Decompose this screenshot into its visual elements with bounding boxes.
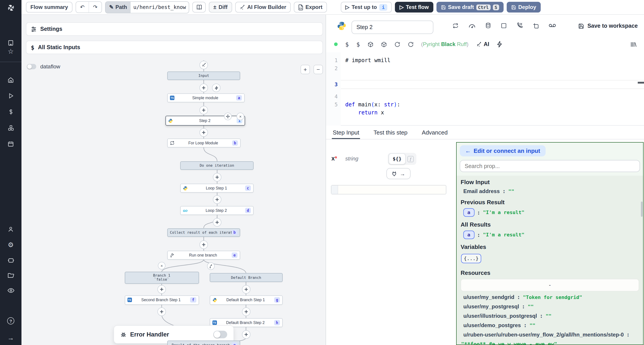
- variables-expand-badge[interactable]: {...}: [461, 254, 481, 263]
- node-for-loop[interactable]: For Loop Module b: [167, 139, 240, 147]
- package-icon[interactable]: [381, 41, 386, 47]
- export-button[interactable]: Export: [294, 2, 327, 12]
- add-step-button[interactable]: [242, 285, 250, 294]
- arg-value-field[interactable]: [331, 185, 446, 194]
- test-flow-button[interactable]: ▷ Test flow: [395, 2, 433, 12]
- add-step-button[interactable]: [158, 285, 166, 294]
- resource-row[interactable]: u/user/demo_postgres:"": [463, 322, 639, 332]
- trigger-bolt-button[interactable]: [212, 84, 220, 92]
- redo-button[interactable]: ↷: [88, 2, 102, 12]
- voicemail-icon[interactable]: [549, 23, 556, 28]
- node-result-chosen-branch[interactable]: Result of the chosen branch e: [167, 341, 240, 345]
- connect-input-button[interactable]: →: [386, 168, 410, 179]
- step-id-badge[interactable]: a: [463, 231, 474, 239]
- edit-or-connect-back-button[interactable]: ← Edit or connect an input: [460, 145, 546, 156]
- flow-canvas[interactable]: Settings $ All Static Inputs dataflow + …: [22, 15, 326, 345]
- ai-flow-builder-button[interactable]: AI Flow Builder: [235, 2, 291, 12]
- node-default-branch-step1[interactable]: Default Branch Step 1 g: [210, 295, 283, 305]
- fn-mode-button[interactable]: ƒ: [406, 156, 416, 162]
- prop-row[interactable]: a:"I'm a result": [463, 231, 639, 239]
- prop-row[interactable]: a:"I'm a result": [463, 208, 639, 217]
- mock-square-icon[interactable]: [501, 22, 507, 28]
- path-input[interactable]: [130, 1, 189, 13]
- variable-picker-icon[interactable]: $: [345, 41, 349, 48]
- save-draft-button[interactable]: Save draft Ctrl S: [436, 2, 503, 12]
- resource-row[interactable]: u/ruben-user/u/ruben-user/my_flow_2/g/al…: [463, 332, 639, 341]
- add-step-button[interactable]: [200, 128, 208, 137]
- code-assistants-label[interactable]: (Pyright Black Ruff): [421, 41, 468, 47]
- resource-picker-icon[interactable]: $: [356, 41, 360, 48]
- node-run-one-branch[interactable]: Run one branch e: [167, 251, 240, 259]
- reload-icon[interactable]: [394, 41, 400, 47]
- sleep-frame-icon[interactable]: [533, 22, 539, 28]
- bolt-icon[interactable]: [497, 41, 502, 47]
- settings-gear-icon[interactable]: ⚙: [0, 239, 22, 251]
- error-handler-toggle[interactable]: [213, 331, 227, 338]
- windmill-logo-icon[interactable]: [0, 2, 22, 13]
- workers-robot-icon[interactable]: [0, 254, 22, 266]
- suspend-phone-icon[interactable]: [516, 22, 523, 28]
- move-step-button[interactable]: [224, 113, 232, 120]
- users-icon[interactable]: [0, 223, 22, 235]
- code-editor[interactable]: 1# import wmill 2 3 4 def main(x: str): …: [326, 52, 644, 126]
- step-id-badge[interactable]: a: [463, 208, 474, 217]
- folders-icon[interactable]: [0, 270, 22, 281]
- add-step-button[interactable]: [213, 173, 222, 181]
- package-icon[interactable]: [368, 41, 373, 47]
- expr-mode-button[interactable]: ${}: [389, 153, 406, 164]
- node-step2-selected[interactable]: Step 2 i: [166, 116, 245, 126]
- home-icon[interactable]: [0, 74, 22, 86]
- expand-sidebar-icon[interactable]: →: [0, 332, 22, 343]
- node-loop-step1[interactable]: Loop Step 1 c: [180, 184, 254, 193]
- remove-branch-button[interactable]: ×: [158, 262, 166, 270]
- delete-step-button[interactable]: ×: [236, 113, 244, 120]
- cache-database-icon[interactable]: [485, 22, 491, 28]
- add-step-button[interactable]: [158, 308, 166, 316]
- step-title-input[interactable]: [352, 20, 433, 34]
- test-up-to-button[interactable]: ▷ Test up to i: [341, 2, 392, 12]
- docs-book-button[interactable]: [192, 2, 206, 12]
- add-step-button[interactable]: [200, 84, 208, 92]
- add-step-button[interactable]: [242, 308, 250, 316]
- node-flow-input[interactable]: Input: [167, 71, 240, 80]
- resource-row[interactable]: u/user/my_postgresql:"": [463, 304, 639, 313]
- node-second-branch-step1[interactable]: TS Second Branch Step 1 f: [124, 295, 199, 305]
- node-collect-result[interactable]: Collect result of each iteration b: [167, 228, 240, 237]
- schedules-icon[interactable]: [0, 138, 22, 150]
- add-step-button[interactable]: [213, 195, 222, 204]
- concurrency-gauge-icon[interactable]: [469, 22, 476, 28]
- node-branch1[interactable]: Branch 1 `false`: [124, 272, 199, 284]
- resource-row[interactable]: u/user/illustrious_postgresql:"": [463, 313, 639, 322]
- flow-summary-button[interactable]: Flow summary: [26, 2, 72, 12]
- resources-icon[interactable]: [0, 122, 22, 134]
- runs-icon[interactable]: [0, 90, 22, 101]
- add-step-button[interactable]: [200, 240, 208, 249]
- node-loop-step2[interactable]: GO Loop Step 2 d: [180, 206, 254, 215]
- prop-row[interactable]: Email address:"": [463, 188, 639, 194]
- search-prop-input[interactable]: [460, 160, 640, 172]
- node-simple-module[interactable]: TS Simple module a: [167, 93, 245, 102]
- save-to-workspace-button[interactable]: Save to workspace: [578, 23, 638, 29]
- add-step-button[interactable]: [213, 218, 222, 227]
- node-default-branch[interactable]: Default Branch: [210, 273, 283, 282]
- favorites-star-icon[interactable]: ☆: [0, 45, 22, 57]
- node-do-one-iteration[interactable]: Do one iteration: [180, 161, 254, 170]
- help-icon[interactable]: ?: [0, 315, 22, 327]
- resource-row-value[interactable]: "**foo** #e we w wewe - ewe ew": [461, 341, 639, 345]
- deploy-button[interactable]: Deploy: [507, 2, 541, 12]
- tab-test-this-step[interactable]: Test this step: [373, 126, 408, 139]
- reload-icon[interactable]: [408, 41, 414, 47]
- ai-wand-button[interactable]: [200, 60, 208, 69]
- add-branch-button[interactable]: [207, 262, 215, 270]
- tab-advanced[interactable]: Advanced: [421, 126, 448, 139]
- tab-step-input[interactable]: Step Input: [332, 126, 360, 139]
- add-step-button[interactable]: [200, 106, 208, 114]
- diff-button[interactable]: ±Diff: [209, 2, 232, 12]
- undo-button[interactable]: ↶: [76, 2, 88, 12]
- add-step-button[interactable]: [242, 330, 250, 339]
- audit-logs-eye-icon[interactable]: [0, 285, 22, 296]
- retry-icon[interactable]: [452, 22, 459, 28]
- ai-assistant-button[interactable]: AI: [476, 41, 489, 47]
- library-icon[interactable]: [630, 41, 637, 47]
- panel-scrollbar[interactable]: [641, 202, 643, 217]
